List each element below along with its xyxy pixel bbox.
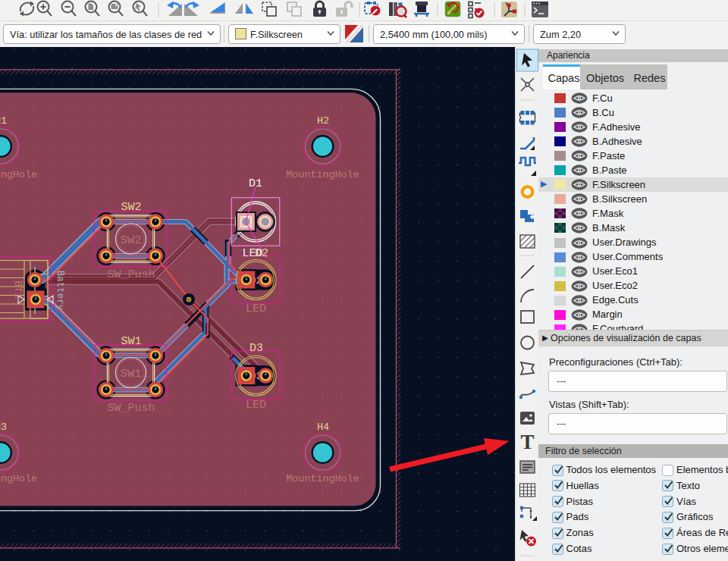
svg-text:LED: LED — [246, 302, 266, 315]
svg-text:MountingHole: MountingHole — [0, 169, 37, 180]
svg-text:2: 2 — [154, 252, 156, 257]
svg-text:n2: n2 — [264, 282, 267, 285]
svg-text:SW_Push: SW_Push — [107, 268, 155, 281]
svg-text:LED: LED — [242, 247, 262, 260]
svg-text:GND: GND — [33, 283, 37, 286]
svg-text:H2: H2 — [317, 115, 329, 127]
svg-text:n4: n4 — [264, 378, 267, 381]
svg-text:SW1: SW1 — [121, 335, 141, 348]
svg-text:gnd: gnd — [244, 378, 249, 381]
svg-text:D1: D1 — [249, 177, 262, 190]
svg-text:N2: N2 — [154, 259, 157, 262]
svg-text:2: 2 — [265, 372, 267, 377]
svg-text:H4: H4 — [317, 422, 329, 433]
svg-text:2: 2 — [33, 277, 36, 281]
svg-text:1: 1 — [105, 353, 107, 357]
svg-text:SW1: SW1 — [121, 367, 142, 381]
svg-text:MountingHole: MountingHole — [286, 169, 359, 180]
svg-text:SW2: SW2 — [121, 233, 142, 247]
svg-text:GND: GND — [104, 224, 108, 227]
svg-text:2: 2 — [105, 387, 107, 391]
svg-text:N4: N4 — [154, 393, 157, 396]
svg-text:N2: N2 — [105, 259, 108, 262]
svg-text:2: 2 — [105, 252, 107, 257]
svg-text:Battery: Battery — [55, 271, 65, 311]
svg-text:MountingHole: MountingHole — [0, 473, 37, 484]
svg-text:LED: LED — [246, 399, 266, 412]
svg-text:1: 1 — [34, 296, 36, 301]
svg-text:GND: GND — [104, 359, 108, 362]
svg-text:1: 1 — [245, 277, 247, 281]
svg-text:MountingHole: MountingHole — [286, 473, 359, 484]
svg-text:H3: H3 — [0, 422, 7, 433]
svg-text:N3: N3 — [154, 359, 157, 362]
svg-text:VCC: VCC — [33, 302, 38, 306]
svg-text:SW2: SW2 — [121, 201, 141, 214]
svg-text:2: 2 — [154, 387, 156, 391]
svg-text:SW_Push: SW_Push — [107, 402, 155, 415]
svg-text:H1: H1 — [0, 115, 7, 127]
svg-text:N4: N4 — [105, 393, 108, 396]
svg-text:1: 1 — [245, 372, 247, 377]
svg-text:T: T — [520, 431, 534, 453]
svg-text:BT1: BT1 — [12, 280, 24, 299]
svg-text:1: 1 — [154, 353, 156, 357]
svg-text:1: 1 — [154, 218, 156, 223]
svg-text:2: 2 — [265, 277, 267, 281]
svg-text:gnd: gnd — [244, 282, 249, 285]
svg-text:1: 1 — [105, 218, 107, 223]
svg-text:N1: N1 — [154, 224, 157, 227]
svg-text:D3: D3 — [249, 342, 263, 355]
